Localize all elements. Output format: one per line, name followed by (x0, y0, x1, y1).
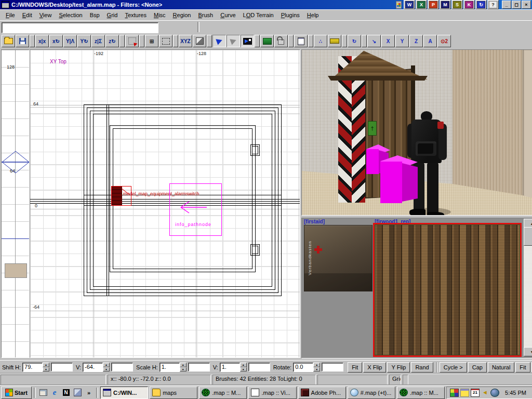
spinner[interactable]: ▲▼ (180, 363, 187, 371)
flip-x-button[interactable]: x|x (35, 35, 49, 47)
value-input[interactable]: 0.0 (293, 363, 313, 372)
menu-item[interactable]: Plugins (277, 10, 303, 20)
task-map-editor-1[interactable]: .map :: M... (199, 387, 247, 399)
value-input[interactable]: 79. (22, 363, 43, 372)
surface-button[interactable]: Fit (348, 362, 362, 373)
show-desktop-icon[interactable] (38, 388, 48, 398)
excel-icon[interactable]: X (416, 0, 427, 9)
menu-item[interactable]: LOD Terrain (240, 10, 277, 20)
task-adobe-photoshop[interactable]: Adobe Ph... (298, 387, 346, 399)
toolbar-button[interactable] (288, 35, 294, 47)
findfast-icon[interactable]: M (440, 0, 451, 9)
word-icon[interactable]: W (404, 0, 415, 9)
scrollbar-thumb[interactable] (524, 227, 532, 246)
office-shortcut-icon[interactable] (396, 1, 402, 9)
start-button[interactable]: Start (1, 387, 32, 399)
xy-2d-view[interactable]: -192 -128 64 0 -64 XY Top model_map_equi… (30, 49, 300, 358)
clipper-button[interactable] (125, 35, 139, 47)
menu-item[interactable]: Region (169, 10, 195, 20)
menu-item[interactable]: Textures (121, 10, 150, 20)
value-input[interactable]: -64. (83, 363, 103, 372)
hide-x-button[interactable]: X (381, 35, 395, 47)
menu-item[interactable]: File (2, 10, 19, 20)
texture-browser[interactable]: [firstaid] Verbandkasten [firwood1_rep] … (301, 218, 532, 358)
toolbar-button[interactable] (139, 35, 144, 47)
surface-button[interactable]: X Flip (363, 362, 386, 373)
surface-button[interactable]: Cap (468, 362, 487, 373)
surface-button[interactable]: Y Flip (387, 362, 410, 373)
menu-item[interactable]: View (36, 10, 56, 20)
powerpoint-icon[interactable]: P (428, 0, 439, 9)
angles-button[interactable]: A (423, 35, 437, 47)
minimize-button[interactable]: _ (502, 1, 511, 9)
flip-y-button[interactable]: Y|Λ (63, 35, 77, 47)
calendar-tray-icon[interactable]: 21 (471, 389, 480, 397)
value-input[interactable]: 1. (220, 363, 240, 372)
flip-z-button[interactable]: z|Σ (91, 35, 105, 47)
camera-button[interactable] (212, 35, 226, 47)
hide-z-button[interactable]: Z (409, 35, 423, 47)
z-view[interactable]: 128 64 (1, 49, 30, 358)
texture-tile-firstaid[interactable]: Verbandkasten (304, 225, 373, 291)
hide-entities-button[interactable]: ⊙2 (437, 35, 451, 47)
schedule-icon[interactable]: S (451, 0, 463, 9)
extra-input[interactable] (322, 363, 343, 371)
entity-connect-button[interactable]: ∴ (314, 35, 327, 47)
texture-scrollbar[interactable]: ▲ ▼ (524, 219, 532, 356)
extra-input[interactable] (51, 363, 73, 371)
volume-tray-icon[interactable]: ◄ (481, 389, 489, 396)
more-buttons-chevron[interactable]: » (84, 388, 94, 398)
netscape-icon[interactable]: N (61, 388, 71, 398)
task-map-t[interactable]: #.map (+t)... (348, 387, 395, 399)
menu-item[interactable]: Grid (103, 10, 122, 20)
toolbar-button[interactable] (362, 35, 367, 47)
render-view-button[interactable] (241, 35, 254, 47)
console-button[interactable] (294, 35, 308, 47)
camera-3d-view[interactable]: † (301, 49, 532, 216)
scroll-down-button[interactable]: ▼ (524, 347, 532, 356)
rotate-y-button[interactable]: Y↻ (77, 35, 91, 47)
rotate-z-button[interactable]: z↻ (105, 35, 119, 47)
menu-item[interactable]: Edit (19, 10, 36, 20)
toolbar-button[interactable] (342, 35, 347, 47)
spinner[interactable]: ▲▼ (313, 363, 320, 371)
close-button[interactable]: × (522, 1, 531, 9)
toolbar-button[interactable] (255, 35, 260, 47)
toolbar-button[interactable] (30, 35, 35, 47)
extra-input[interactable] (111, 363, 133, 371)
save-button[interactable] (16, 35, 29, 47)
z-brush[interactable] (5, 263, 27, 278)
scheduler-tray-icon[interactable] (490, 389, 499, 397)
menu-item[interactable]: Selection (55, 10, 86, 20)
region-view-button[interactable] (159, 35, 172, 47)
help-icon[interactable]: ? (487, 0, 499, 9)
task-map-viewer[interactable]: .map :: Vi... (248, 387, 296, 399)
window-tray-icon[interactable] (460, 389, 469, 397)
restore-button[interactable]: ◻ (512, 1, 521, 9)
region-off-button[interactable]: ↘ (367, 35, 381, 47)
toolbar-button[interactable] (119, 35, 125, 47)
task-cwindows[interactable]: C:/WIN... (100, 387, 148, 399)
spinner[interactable]: ▲▼ (240, 363, 247, 371)
texture-window-button[interactable] (260, 35, 274, 47)
outlook-icon[interactable] (72, 388, 83, 398)
toolbar-button[interactable] (173, 35, 178, 47)
value-input[interactable]: 1. (159, 363, 180, 372)
spinner[interactable]: ▲▼ (43, 363, 49, 371)
access-icon[interactable]: K (463, 0, 475, 9)
texture-tile-firwood-selected[interactable] (373, 223, 522, 357)
toolbar-button[interactable] (308, 35, 313, 47)
lock-button[interactable] (274, 35, 288, 47)
menu-item[interactable]: Brush (194, 10, 217, 20)
measure-button[interactable] (328, 35, 341, 47)
ie-icon[interactable]: e (49, 388, 60, 398)
toolbar-button[interactable] (207, 35, 212, 47)
surface-button[interactable]: Rand (411, 362, 433, 373)
menu-item[interactable]: Help (303, 10, 323, 20)
texture-cube-button[interactable] (193, 35, 206, 47)
split-view-button[interactable]: ⊞ (145, 35, 158, 47)
surface-button[interactable]: Fit (515, 362, 530, 373)
display-tray-icon[interactable] (450, 389, 459, 397)
surface-button[interactable]: Natural (488, 362, 514, 373)
xyz-view-button[interactable]: XYZ (179, 35, 192, 47)
